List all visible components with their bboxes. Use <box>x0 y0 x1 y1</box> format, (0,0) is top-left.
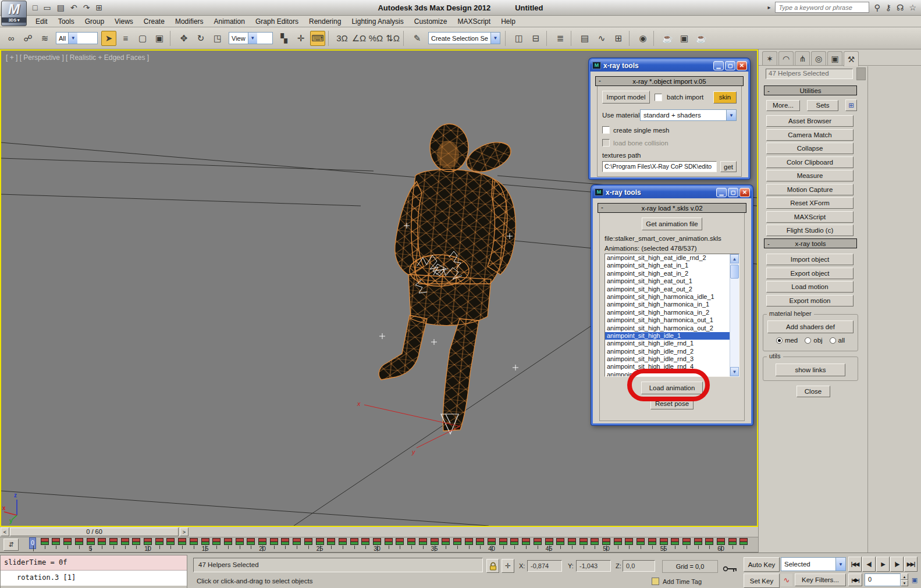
track-key[interactable] <box>636 538 645 545</box>
scroll-thumb[interactable] <box>730 265 739 279</box>
motion-capture-button[interactable]: Motion Capture <box>766 184 854 195</box>
maximize-button[interactable]: ▢ <box>728 188 738 197</box>
track-key[interactable] <box>442 538 450 545</box>
anim-list-item[interactable]: animpoint_sit_high_idle_rnd_2 <box>605 348 730 355</box>
close-icon[interactable]: ✕ <box>739 188 750 197</box>
select-object-button[interactable]: ➤ <box>101 31 116 46</box>
select-and-rotate-icon[interactable]: ↻ <box>193 31 208 46</box>
track-key[interactable] <box>224 538 232 545</box>
track-key[interactable] <box>75 538 83 545</box>
track-key[interactable] <box>625 538 633 545</box>
track-key[interactable] <box>705 538 713 545</box>
load-animation-button[interactable]: Load animation <box>641 382 703 394</box>
collapse-icon[interactable]: - <box>599 77 601 84</box>
new-scene-icon[interactable]: □ <box>33 3 37 12</box>
track-key[interactable] <box>728 538 737 545</box>
character-model[interactable] <box>379 124 515 431</box>
use-pivot-point-icon[interactable]: ▚ <box>276 31 291 46</box>
menu-create[interactable]: Create <box>138 16 170 27</box>
x-coord-field[interactable]: -0,874 <box>527 560 562 572</box>
anim-list-item[interactable]: animpoint_sit_high_idle_rnd_4 <box>605 363 730 370</box>
frame-spinner[interactable]: ▲ ▼ <box>901 573 908 586</box>
anim-list-item[interactable]: animpoint_sit_high_eat_in_2 <box>605 270 730 277</box>
layer-manager-icon[interactable]: ≣ <box>553 31 568 46</box>
z-coord-field[interactable]: 0,0 <box>623 560 655 572</box>
tab-modify[interactable]: ◠ <box>778 51 794 65</box>
reference-coordinate-dropdown[interactable]: View▼ <box>229 32 273 44</box>
play-button[interactable]: ▶ <box>876 557 890 572</box>
minimize-button[interactable]: ▁ <box>716 188 727 197</box>
track-key[interactable] <box>166 538 175 545</box>
track-key[interactable] <box>453 538 461 545</box>
maxscript-button[interactable]: MAXScript <box>766 211 854 223</box>
utilities-rollout-header[interactable]: - Utilities <box>764 85 857 95</box>
spinner-down-icon[interactable]: ▼ <box>901 580 908 586</box>
select-and-manipulate-icon[interactable]: ✛ <box>293 31 308 46</box>
radio-obj[interactable]: obj <box>805 337 822 344</box>
align-icon[interactable]: ⊟ <box>528 31 543 46</box>
get-button[interactable]: get <box>720 161 737 172</box>
key-filters-button[interactable]: Key Filters... <box>795 573 846 586</box>
previous-frame-button[interactable]: ◀| <box>862 557 876 572</box>
asset-browser-button[interactable]: Asset Browser <box>766 115 854 127</box>
track-key[interactable] <box>396 538 404 545</box>
xray-tools-rollout-header[interactable]: - x-ray tools <box>764 238 857 248</box>
track-key[interactable] <box>247 538 255 545</box>
listener-white-line[interactable]: rotation.3 [1] <box>1 571 187 586</box>
selection-lock-icon[interactable] <box>486 559 499 573</box>
graphite-ribbon-icon[interactable]: ▤ <box>577 31 592 46</box>
track-key[interactable] <box>212 538 221 545</box>
collapse-button[interactable]: Collapse <box>766 142 854 154</box>
track-key[interactable] <box>671 538 679 545</box>
use-material-dropdown[interactable]: standard + shaders ▼ <box>640 109 737 121</box>
export-motion-button[interactable]: Export motion <box>766 295 854 307</box>
tab-utilities[interactable]: ⚒ <box>844 51 859 66</box>
batch-import-checkbox[interactable] <box>655 94 662 101</box>
track-key[interactable] <box>419 538 427 545</box>
tab-display[interactable]: ▣ <box>827 51 842 65</box>
rollout-header-load-skls[interactable]: - x-ray load *.skls v.02 <box>598 203 746 213</box>
track-key[interactable] <box>327 538 335 545</box>
go-to-start-button[interactable]: |◀◀ <box>848 557 862 572</box>
show-links-button[interactable]: show links <box>776 364 845 376</box>
track-key[interactable] <box>98 538 106 545</box>
bind-to-space-warp-icon[interactable]: ≋ <box>37 31 52 46</box>
track-key[interactable] <box>694 538 702 545</box>
track-key[interactable] <box>602 538 610 545</box>
xray-import-dialog-titlebar[interactable]: M x-ray tools ▁ ▢ ✕ <box>590 59 749 72</box>
select-and-scale-icon[interactable]: ◳ <box>210 31 225 46</box>
track-key[interactable] <box>579 538 588 545</box>
communication-center-icon[interactable]: ☊ <box>897 3 904 12</box>
track-key[interactable] <box>522 538 530 545</box>
render-production-icon[interactable]: ☕ <box>694 31 709 46</box>
color-clipboard-button[interactable]: Color Clipboard <box>766 156 854 168</box>
import-object-button[interactable]: Import object <box>766 254 854 265</box>
xray-load-dialog-titlebar[interactable]: M x-ray tools ▁ ▢ ✕ <box>592 186 752 198</box>
menu-modifiers[interactable]: Modifiers <box>170 16 209 27</box>
menu-graph-editors[interactable]: Graph Editors <box>250 16 304 27</box>
selection-filter-dropdown[interactable]: All▼ <box>56 32 98 44</box>
scroll-down-icon[interactable]: ▼ <box>730 367 739 376</box>
track-key[interactable] <box>545 538 553 545</box>
auto-key-button[interactable]: Auto Key <box>744 557 780 572</box>
rollout-header-object-import[interactable]: - x-ray *.object import v.05 <box>595 76 744 86</box>
get-animation-file-button[interactable]: Get animation file <box>642 218 702 230</box>
flight-studio-c-button[interactable]: Flight Studio (c) <box>766 224 854 236</box>
anim-list-item[interactable]: animpoint_sit_high_idle_rnd_3 <box>605 355 730 363</box>
mirror-icon[interactable]: ◫ <box>511 31 527 46</box>
track-key[interactable] <box>190 538 198 545</box>
camera-match-button[interactable]: Camera Match <box>766 129 854 141</box>
unlink-selection-icon[interactable]: ☍ <box>20 31 35 46</box>
time-slider-handle[interactable]: 0 / 60 <box>10 528 179 536</box>
next-frame-arrow[interactable]: > <box>180 528 189 536</box>
track-key[interactable] <box>304 538 312 545</box>
render-setup-icon[interactable]: ☕ <box>660 31 675 46</box>
sets-button[interactable]: Sets <box>807 100 838 111</box>
configure-button-sets-icon[interactable]: ⊞ <box>845 99 857 111</box>
track-key[interactable] <box>385 538 393 545</box>
set-key-icon[interactable] <box>723 564 738 574</box>
menu-maxscript[interactable]: MAXScript <box>452 16 496 27</box>
angle-snap-icon[interactable]: ∠Ω <box>351 31 367 46</box>
track-key[interactable] <box>488 538 496 545</box>
keyboard-override-icon[interactable]: ⌨ <box>310 31 325 46</box>
